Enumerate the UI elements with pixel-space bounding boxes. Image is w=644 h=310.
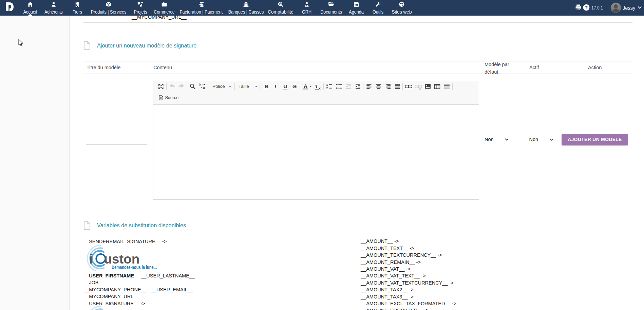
svg-text:2: 2 [326, 86, 328, 90]
svg-text:1: 1 [326, 83, 328, 86]
svg-text:$: $ [280, 2, 281, 5]
svg-text:Source: Source [165, 95, 179, 100]
svg-text:A: A [304, 83, 307, 89]
svg-text:U: U [283, 83, 287, 89]
svg-text:b: b [200, 83, 202, 87]
svg-text:x: x [319, 86, 321, 90]
svg-text:Police: Police [212, 84, 225, 89]
svg-text:I: I [274, 83, 277, 89]
svg-text:?: ? [585, 5, 588, 10]
svg-text:Taille: Taille [239, 84, 249, 89]
svg-text:T: T [315, 83, 318, 89]
svg-text:a: a [203, 86, 205, 90]
svg-text:i: i [89, 252, 93, 266]
svg-text:B: B [265, 83, 268, 89]
svg-text:Demandez-nous la lune...: Demandez-nous la lune... [112, 264, 157, 270]
